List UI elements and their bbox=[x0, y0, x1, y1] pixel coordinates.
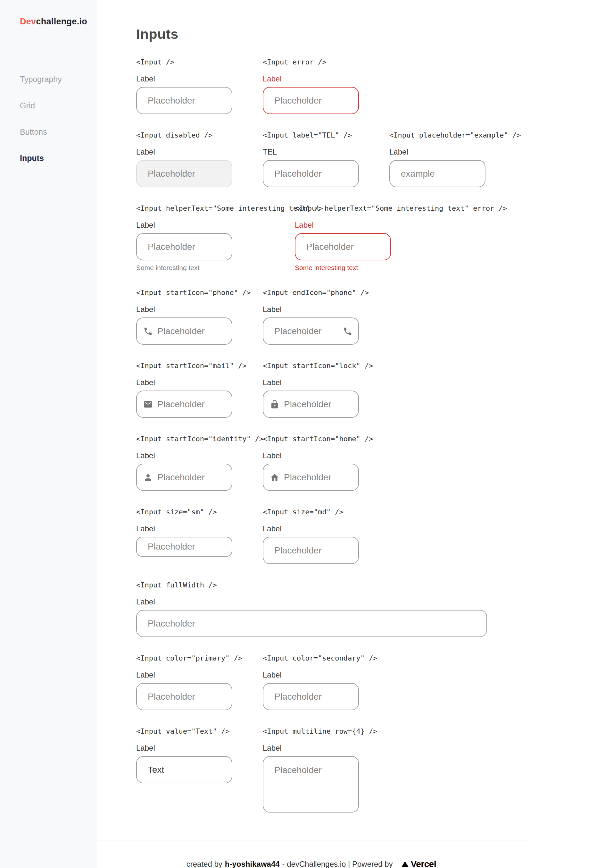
text-input-field[interactable] bbox=[270, 326, 341, 336]
text-input-medium[interactable] bbox=[263, 537, 359, 564]
code-snippet: <Input placeholder="example" /> bbox=[389, 131, 516, 139]
logo-accent: Dev bbox=[20, 17, 36, 26]
input-label: Label bbox=[263, 305, 389, 314]
text-input-secondary[interactable] bbox=[263, 683, 359, 710]
card-input-tel-label: <Input label="TEL" /> TEL bbox=[263, 131, 389, 187]
input-label: Label bbox=[263, 670, 389, 679]
row-fullwidth: <Input fullWidth /> Label bbox=[136, 581, 525, 637]
footer: created by h-yoshikawa44 - devChallenges… bbox=[97, 840, 525, 868]
mail-icon bbox=[143, 399, 153, 409]
code-snippet: <Input color="secondary" /> bbox=[263, 654, 389, 662]
text-input-start-home[interactable] bbox=[263, 464, 359, 491]
text-input-field[interactable] bbox=[279, 472, 353, 483]
text-input-start-mail[interactable] bbox=[136, 390, 232, 418]
helper-text: Some interesting text bbox=[136, 264, 295, 272]
card-input-fullwidth: <Input fullWidth /> Label bbox=[136, 581, 487, 637]
code-snippet: <Input error /> bbox=[263, 58, 389, 66]
sidebar-item-typography[interactable]: Typography bbox=[20, 75, 97, 84]
text-input-error[interactable] bbox=[263, 87, 359, 114]
text-input-helper-error[interactable] bbox=[295, 233, 391, 260]
code-snippet: <Input startIcon="phone" /> bbox=[136, 288, 263, 297]
input-label: Label bbox=[136, 597, 487, 606]
input-label: Label bbox=[136, 378, 263, 387]
footer-created-by: created by bbox=[186, 860, 222, 868]
text-input-tel[interactable] bbox=[263, 160, 359, 187]
text-input-field[interactable] bbox=[143, 541, 226, 552]
text-input-field[interactable] bbox=[143, 765, 226, 775]
card-input-size-md: <Input size="md" /> Label bbox=[263, 508, 389, 564]
text-input-field[interactable] bbox=[143, 618, 481, 629]
text-input-start-identity[interactable] bbox=[136, 464, 232, 491]
text-input-example[interactable] bbox=[389, 160, 485, 187]
text-input-field bbox=[143, 169, 226, 179]
text-input-field[interactable] bbox=[396, 169, 479, 179]
card-input-color-secondary: <Input color="secondary" /> Label bbox=[263, 654, 389, 710]
text-input-field[interactable] bbox=[153, 399, 226, 410]
vercel-wordmark: Vercel bbox=[411, 859, 437, 868]
card-input-start-lock: <Input startIcon="lock" /> Label bbox=[263, 362, 389, 418]
text-input-field[interactable] bbox=[302, 242, 385, 252]
text-input-default[interactable] bbox=[136, 87, 232, 114]
card-input-multiline: <Input multiline row={4} /> Label bbox=[263, 727, 389, 813]
code-snippet: <Input startIcon="lock" /> bbox=[263, 362, 389, 370]
input-label: Label bbox=[136, 524, 263, 533]
input-label: Label bbox=[263, 451, 389, 460]
text-input-start-phone[interactable] bbox=[136, 318, 232, 345]
text-input-field[interactable] bbox=[143, 96, 226, 106]
text-input-field[interactable] bbox=[279, 399, 353, 410]
text-input-field[interactable] bbox=[270, 169, 353, 179]
person-icon bbox=[143, 473, 153, 482]
main-content: Inputs <Input /> Label <Input error /> L… bbox=[97, 0, 525, 868]
text-input-field[interactable] bbox=[270, 546, 353, 556]
card-input-start-phone: <Input startIcon="phone" /> Label bbox=[136, 288, 263, 345]
sidebar-item-grid[interactable]: Grid bbox=[20, 101, 97, 110]
input-label: Label bbox=[263, 744, 389, 753]
text-input-end-phone[interactable] bbox=[263, 318, 359, 345]
footer-author-link[interactable]: h-yoshikawa44 bbox=[225, 860, 280, 868]
textarea-input[interactable] bbox=[263, 756, 359, 813]
row-default-error: <Input /> Label <Input error /> Label bbox=[136, 58, 525, 114]
code-snippet: <Input multiline row={4} /> bbox=[263, 727, 389, 735]
footer-site-text: - devChallenges.io | Powered by bbox=[282, 860, 393, 868]
input-label: Label bbox=[136, 148, 263, 157]
phone-icon bbox=[343, 327, 353, 336]
code-snippet: <Input disabled /> bbox=[136, 131, 263, 139]
text-input-helper[interactable] bbox=[136, 233, 232, 260]
textarea-field[interactable] bbox=[270, 764, 353, 803]
row-sizes: <Input size="sm" /> Label <Input size="m… bbox=[136, 508, 525, 564]
text-input-field[interactable] bbox=[153, 472, 226, 483]
text-input-field[interactable] bbox=[270, 692, 353, 702]
text-input-field[interactable] bbox=[143, 692, 226, 702]
code-snippet: <Input label="TEL" /> bbox=[263, 131, 389, 139]
card-input-start-home: <Input startIcon="home" /> Label bbox=[263, 435, 389, 491]
row-phone-icons: <Input startIcon="phone" /> Label <Input… bbox=[136, 288, 525, 345]
text-input-primary[interactable] bbox=[136, 683, 232, 710]
row-value-multiline: <Input value="Text" /> Label <Input mult… bbox=[136, 727, 525, 813]
text-input-field[interactable] bbox=[153, 326, 226, 336]
input-label: Label bbox=[136, 220, 295, 229]
vercel-triangle-icon bbox=[401, 860, 410, 868]
input-label: Label bbox=[263, 524, 389, 533]
code-snippet: <Input endIcon="phone" /> bbox=[263, 288, 389, 297]
code-snippet: <Input helperText="Some interesting text… bbox=[295, 204, 421, 212]
card-input-end-phone: <Input endIcon="phone" /> Label bbox=[263, 288, 389, 345]
vercel-logo[interactable]: Vercel bbox=[401, 859, 437, 868]
text-input-small[interactable] bbox=[136, 537, 232, 557]
card-input-custom-placeholder: <Input placeholder="example" /> Label bbox=[389, 131, 516, 187]
text-input-field[interactable] bbox=[143, 242, 226, 252]
lock-icon bbox=[270, 399, 279, 409]
home-icon bbox=[270, 473, 279, 482]
input-label: Label bbox=[389, 148, 516, 157]
text-input-with-value[interactable] bbox=[136, 756, 232, 783]
code-snippet: <Input startIcon="identity" /> bbox=[136, 435, 263, 443]
sidebar-item-inputs[interactable]: Inputs bbox=[20, 154, 97, 163]
text-input-start-lock[interactable] bbox=[263, 390, 359, 418]
row-colors: <Input color="primary" /> Label <Input c… bbox=[136, 654, 525, 710]
card-input-start-mail: <Input startIcon="mail" /> Label bbox=[136, 362, 263, 418]
input-label: Label bbox=[136, 451, 263, 460]
logo[interactable]: Devchallenge.io bbox=[0, 0, 97, 27]
sidebar-item-buttons[interactable]: Buttons bbox=[20, 127, 97, 137]
text-input-field[interactable] bbox=[270, 96, 353, 106]
code-snippet: <Input startIcon="home" /> bbox=[263, 435, 389, 443]
text-input-fullwidth[interactable] bbox=[136, 610, 487, 637]
